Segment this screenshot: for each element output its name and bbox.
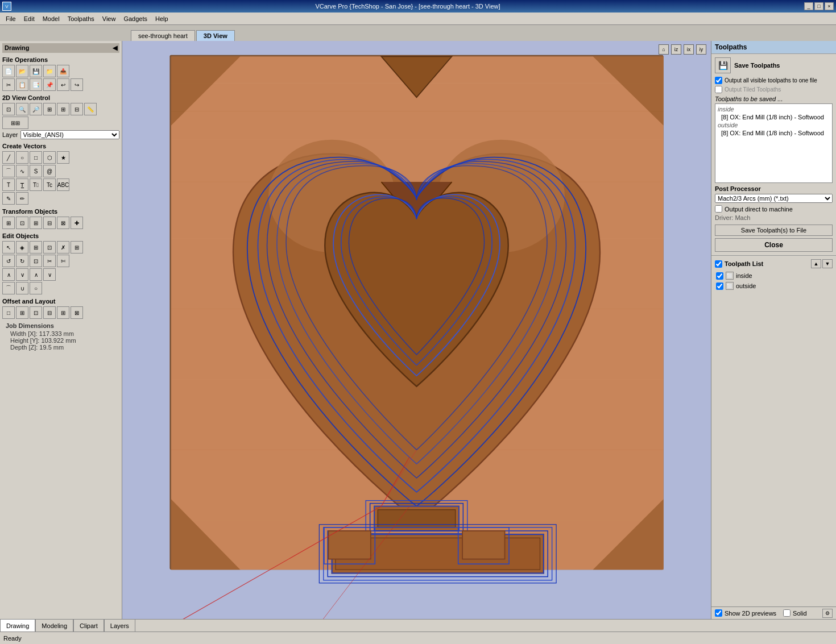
text5-button[interactable]: ABC	[57, 178, 69, 191]
tab-modeling[interactable]: Modeling	[35, 619, 73, 631]
arc-button[interactable]: ⌒	[2, 165, 15, 177]
ix-view-button[interactable]: ix	[684, 44, 694, 55]
units-button[interactable]: ⊞⊞	[2, 117, 28, 129]
edit12-button[interactable]: ∧	[2, 268, 15, 281]
spiral-button[interactable]: @	[43, 165, 56, 177]
save-toolpath-file-button[interactable]: Save Toolpath(s) to File	[715, 225, 833, 236]
edit15-button[interactable]: ∨	[43, 268, 56, 281]
edit6-button[interactable]: ⊞	[71, 241, 83, 254]
output-tiled-checkbox[interactable]	[715, 86, 722, 93]
text2-button[interactable]: T̲	[16, 178, 28, 191]
offset5-button[interactable]: ⊞	[57, 306, 69, 319]
new-file-button[interactable]: 📄	[2, 65, 15, 77]
tp-outside-checkbox[interactable]	[716, 282, 723, 290]
restore-button[interactable]: □	[814, 2, 823, 10]
minimize-button[interactable]: _	[804, 2, 813, 10]
transform6-button[interactable]: ✚	[71, 217, 83, 229]
edit9-button[interactable]: ⊡	[30, 255, 42, 267]
smartpen-button[interactable]: ✏	[16, 192, 28, 205]
tab-layers[interactable]: Layers	[104, 619, 135, 631]
offset4-button[interactable]: ⊟	[43, 306, 56, 319]
tab-drawing[interactable]: Drawing	[0, 619, 35, 631]
draw-button[interactable]: ✎	[2, 192, 15, 205]
zoom-out-button[interactable]: 🔎	[30, 103, 42, 115]
edit18-button[interactable]: ○	[30, 282, 42, 294]
edit3-button[interactable]: ⊞	[30, 241, 42, 254]
offset2-button[interactable]: ⊞	[16, 306, 28, 319]
zoom-sel-button[interactable]: ⊞	[43, 103, 56, 115]
transform5-button[interactable]: ⊠	[57, 217, 69, 229]
node-button[interactable]: ◈	[16, 241, 28, 254]
save-file-button[interactable]: 💾	[30, 65, 42, 77]
tp-up-button[interactable]: ▲	[811, 259, 821, 268]
preview-settings-button[interactable]: ⚙	[822, 609, 833, 618]
zoom-in-button[interactable]: 🔍	[16, 103, 28, 115]
open-file-button[interactable]: 📂	[16, 65, 28, 77]
offset3-button[interactable]: ⊡	[30, 306, 42, 319]
star-button[interactable]: ★	[57, 151, 69, 164]
edit4-button[interactable]: ⊡	[43, 241, 56, 254]
edit8-button[interactable]: ↻	[16, 255, 28, 267]
iz-view-button[interactable]: iz	[671, 44, 681, 55]
edit5-button[interactable]: ✗	[57, 241, 69, 254]
post-processor-select[interactable]: Mach2/3 Arcs (mm) (*.txt)	[715, 194, 833, 203]
tab-see-through-heart[interactable]: see-through heart	[131, 30, 195, 41]
close-dialog-button[interactable]: Close	[715, 238, 833, 252]
menu-edit[interactable]: Edit	[20, 14, 38, 23]
edit10-button[interactable]: ✂	[43, 255, 56, 267]
iy-view-button[interactable]: iy	[696, 44, 706, 55]
polygon-button[interactable]: ⬡	[43, 151, 56, 164]
text-button[interactable]: T	[2, 178, 15, 191]
rulers-button[interactable]: 📏	[84, 103, 97, 115]
paste-button[interactable]: 📌	[43, 78, 56, 91]
layer-select[interactable]: Visible_(ANSI)	[20, 130, 119, 139]
redo-button[interactable]: ↪	[71, 78, 83, 91]
grid-button[interactable]: ⊞	[57, 103, 69, 115]
edit17-button[interactable]: ∪	[16, 282, 28, 294]
transform4-button[interactable]: ⊟	[43, 217, 56, 229]
save-as-button[interactable]: 📁	[43, 65, 56, 77]
toolpath-list-checkbox[interactable]	[715, 260, 722, 268]
menu-gadgets[interactable]: Gadgets	[120, 14, 151, 23]
save3-button[interactable]: 📑	[30, 78, 42, 91]
edit14-button[interactable]: ∧	[30, 268, 42, 281]
menu-file[interactable]: File	[2, 14, 19, 23]
menu-model[interactable]: Model	[39, 14, 63, 23]
circle-button[interactable]: ○	[16, 151, 28, 164]
panel-collapse-icon[interactable]: ◀	[113, 44, 117, 52]
bezier-button[interactable]: ∿	[16, 165, 28, 177]
import-button[interactable]: 📥	[57, 65, 69, 77]
line-button[interactable]: ╱	[2, 151, 15, 164]
rect-button[interactable]: □	[30, 151, 42, 164]
output-direct-checkbox[interactable]	[715, 205, 722, 213]
undo-button[interactable]: ↩	[57, 78, 69, 91]
transform1-button[interactable]: ⊞	[2, 217, 15, 229]
snap-button[interactable]: ⊟	[71, 103, 83, 115]
zoom-fit-button[interactable]: ⊡	[2, 103, 15, 115]
tp-inside-checkbox[interactable]	[716, 272, 723, 280]
new2-button[interactable]: ✂	[2, 78, 15, 91]
text3-button[interactable]: T⃝	[30, 178, 42, 191]
edit13-button[interactable]: ∨	[16, 268, 28, 281]
select-button[interactable]: ↖	[2, 241, 15, 254]
menu-toolpaths[interactable]: Toolpaths	[64, 14, 98, 23]
text4-button[interactable]: Tc	[43, 178, 56, 191]
menu-view[interactable]: View	[99, 14, 119, 23]
tp-down-button[interactable]: ▼	[822, 259, 833, 268]
offset6-button[interactable]: ⊠	[71, 306, 83, 319]
edit16-button[interactable]: ⌒	[2, 282, 15, 294]
edit7-button[interactable]: ↺	[2, 255, 15, 267]
open2-button[interactable]: 📋	[16, 78, 28, 91]
edit11-button[interactable]: ✄	[57, 255, 69, 267]
home-view-button[interactable]: ⌂	[659, 44, 669, 55]
solid-checkbox[interactable]	[783, 609, 791, 617]
offset1-button[interactable]: □	[2, 306, 15, 319]
output-all-checkbox[interactable]	[715, 77, 722, 84]
show-2d-previews-checkbox[interactable]	[715, 609, 722, 617]
close-button[interactable]: ×	[825, 2, 834, 10]
spline-button[interactable]: S	[30, 165, 42, 177]
tab-3d-view[interactable]: 3D View	[196, 30, 235, 41]
tab-clipart[interactable]: Clipart	[73, 619, 104, 631]
transform3-button[interactable]: ⊞	[30, 217, 42, 229]
transform2-button[interactable]: ⊡	[16, 217, 28, 229]
